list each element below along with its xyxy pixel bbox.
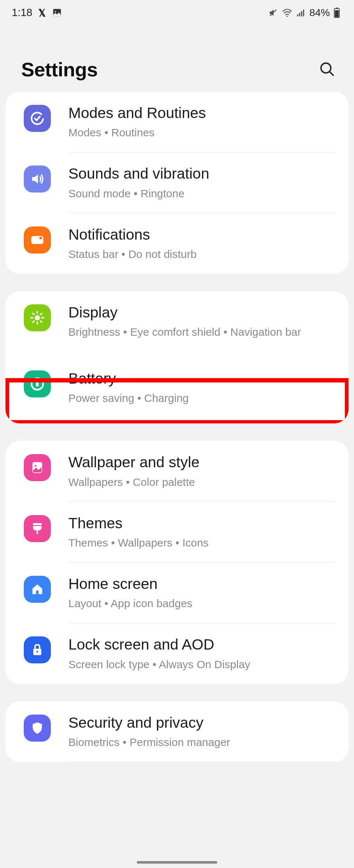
- item-title: Modes and Routines: [68, 103, 334, 123]
- item-title: Security and privacy: [68, 713, 334, 732]
- svg-rect-6: [299, 13, 300, 16]
- status-time: 1:18: [12, 7, 32, 19]
- notifications-icon: [24, 226, 51, 254]
- item-content: Battery Power saving • Charging: [68, 369, 334, 406]
- page-title: Settings: [21, 58, 98, 81]
- svg-point-34: [37, 651, 38, 653]
- svg-line-24: [33, 321, 34, 323]
- display-item[interactable]: Display Brightness • Eye comfort shield …: [5, 291, 349, 351]
- battery-item[interactable]: Battery Power saving • Charging: [5, 351, 349, 423]
- notifications-item[interactable]: Notifications Status bar • Do not distur…: [5, 213, 349, 274]
- settings-group: Modes and Routines Modes • Routines Soun…: [5, 92, 349, 274]
- svg-point-1: [55, 11, 56, 12]
- search-button[interactable]: [319, 61, 336, 78]
- item-content: Modes and Routines Modes • Routines: [68, 103, 334, 140]
- svg-rect-32: [36, 590, 39, 594]
- item-content: Themes Themes • Wallpapers • Icons: [68, 514, 334, 551]
- modes-routines-item[interactable]: Modes and Routines Modes • Routines: [5, 92, 349, 152]
- item-subtitle: Sound mode • Ringtone: [68, 186, 334, 201]
- svg-line-22: [33, 313, 34, 315]
- svg-rect-7: [301, 11, 302, 16]
- svg-point-17: [35, 315, 40, 320]
- item-subtitle: Layout • App icon badges: [68, 596, 334, 611]
- item-title: Wallpaper and style: [68, 453, 334, 472]
- settings-group: Wallpaper and style Wallpapers • Color p…: [5, 441, 349, 684]
- page-header: Settings: [0, 25, 354, 92]
- svg-rect-27: [36, 381, 39, 387]
- item-content: Notifications Status bar • Do not distur…: [68, 225, 334, 262]
- item-title: Themes: [68, 514, 334, 533]
- battery-percentage: 84%: [309, 7, 330, 19]
- status-right: 6 84%: [268, 7, 340, 19]
- svg-point-16: [39, 236, 42, 239]
- wallpaper-style-item[interactable]: Wallpaper and style Wallpapers • Color p…: [5, 441, 349, 501]
- svg-text:6: 6: [290, 8, 291, 12]
- item-content: Display Brightness • Eye comfort shield …: [68, 303, 334, 340]
- settings-group: Security and privacy Biometrics • Permis…: [5, 701, 349, 762]
- security-icon: [24, 715, 51, 742]
- item-content: Wallpaper and style Wallpapers • Color p…: [68, 453, 334, 490]
- lock-screen-item[interactable]: Lock screen and AOD Screen lock type • A…: [5, 623, 349, 684]
- item-subtitle: Wallpapers • Color palette: [68, 475, 334, 490]
- modes-routines-icon: [24, 105, 51, 132]
- item-title: Sounds and vibration: [68, 164, 334, 183]
- gallery-app-icon: [52, 8, 62, 18]
- item-subtitle: Biometrics • Permission manager: [68, 735, 334, 750]
- wifi-icon: 6: [282, 8, 293, 17]
- search-icon: [319, 61, 336, 78]
- sounds-icon: [24, 165, 51, 193]
- item-subtitle: Power saving • Charging: [68, 391, 334, 406]
- svg-rect-8: [303, 9, 304, 16]
- item-title: Home screen: [68, 574, 334, 594]
- themes-item[interactable]: Themes Themes • Wallpapers • Icons: [5, 502, 349, 562]
- home-icon: [24, 576, 51, 603]
- item-content: Home screen Layout • App icon badges: [68, 574, 334, 611]
- battery-icon: [24, 370, 51, 397]
- divider: [68, 762, 335, 762]
- svg-rect-5: [297, 14, 298, 16]
- svg-point-12: [321, 63, 331, 73]
- svg-line-13: [329, 72, 334, 76]
- item-content: Lock screen and AOD Screen lock type • A…: [68, 635, 334, 672]
- svg-line-23: [41, 321, 42, 323]
- svg-rect-28: [37, 380, 38, 382]
- item-title: Notifications: [68, 225, 334, 244]
- settings-group: Display Brightness • Eye comfort shield …: [5, 291, 349, 424]
- lock-icon: [24, 636, 51, 663]
- item-title: Lock screen and AOD: [68, 635, 334, 654]
- signal-icon: [296, 9, 306, 17]
- mute-icon: [268, 8, 278, 18]
- wallpaper-icon: [24, 454, 51, 481]
- sounds-vibration-item[interactable]: Sounds and vibration Sound mode • Ringto…: [5, 152, 349, 213]
- x-app-icon: [37, 8, 47, 18]
- item-subtitle: Screen lock type • Always On Display: [68, 657, 334, 672]
- item-subtitle: Modes • Routines: [68, 125, 334, 140]
- item-title: Battery: [68, 369, 334, 388]
- themes-icon: [24, 515, 51, 542]
- status-bar: 1:18 6 84%: [0, 0, 354, 25]
- svg-rect-11: [335, 10, 339, 17]
- item-subtitle: Brightness • Eye comfort shield • Naviga…: [68, 324, 334, 340]
- item-subtitle: Themes • Wallpapers • Icons: [68, 535, 334, 551]
- status-left: 1:18: [12, 7, 62, 19]
- svg-point-3: [286, 15, 288, 17]
- svg-line-25: [41, 313, 42, 315]
- item-title: Display: [68, 303, 334, 322]
- display-icon: [24, 304, 51, 331]
- security-privacy-item[interactable]: Security and privacy Biometrics • Permis…: [5, 701, 349, 762]
- item-content: Sounds and vibration Sound mode • Ringto…: [68, 164, 334, 201]
- item-subtitle: Status bar • Do not disturb: [68, 247, 334, 262]
- svg-point-30: [35, 465, 37, 467]
- home-screen-item[interactable]: Home screen Layout • App icon badges: [5, 563, 349, 623]
- battery-icon: [334, 8, 340, 18]
- item-content: Security and privacy Biometrics • Permis…: [68, 713, 334, 750]
- home-indicator[interactable]: [137, 861, 217, 864]
